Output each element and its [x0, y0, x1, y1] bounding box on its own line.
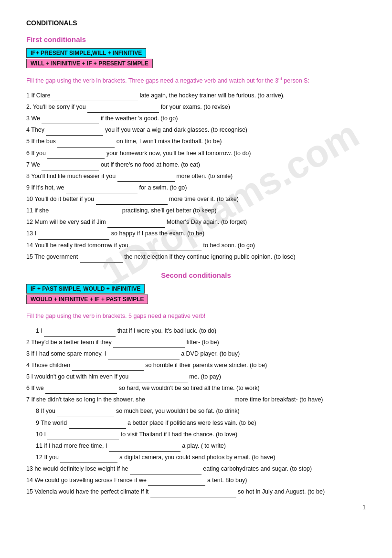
list-item: 6 If you your homework now, you'll be fr…	[26, 148, 366, 159]
blank	[60, 456, 117, 463]
blank	[80, 256, 123, 263]
list-item: 1 If Clare late again, the hockey traine…	[26, 90, 366, 101]
first-conditionals-title: First conditionals	[26, 35, 366, 43]
list-item: 3 We if the weather 's good. (to go)	[26, 113, 366, 124]
list-item: 13 I so happy if I pass the exam. (to be…	[26, 228, 366, 239]
list-item: 1 I that if I were you. It's bad luck. (…	[26, 326, 366, 337]
list-item: 7 We out if there's no food at home. (to…	[26, 159, 366, 170]
second-conditionals-title: Second conditionals	[26, 271, 366, 279]
list-item: 2 They'd be a better team if they fitter…	[26, 337, 366, 348]
list-item: 4 Those children so horrible if their pa…	[26, 360, 366, 371]
list-item: 9 The world a better place if politician…	[26, 418, 366, 429]
blank	[117, 175, 175, 182]
blank	[130, 468, 201, 474]
list-item: 10 You'll do it better if you more time …	[26, 194, 366, 205]
main-title: CONDITIONALS	[26, 19, 366, 27]
blank	[148, 479, 205, 486]
list-item: 8 If you so much beer, you wouldn't be s…	[26, 406, 366, 417]
blank	[108, 353, 180, 359]
list-item: 7 If she didn't take so long in the show…	[26, 394, 366, 405]
list-item: 4 They you if you wear a wig and dark gl…	[26, 125, 366, 136]
list-item: 15 Valencia would have the perfect clima…	[26, 486, 366, 497]
list-item: 2. You'll be sorry if you for your exams…	[26, 102, 366, 113]
blank	[150, 491, 236, 497]
blank	[57, 411, 114, 417]
blank	[49, 210, 120, 216]
list-item: 14 We could go travelling across France …	[26, 475, 366, 486]
list-item: 5 If the bus on time, I won't miss the f…	[26, 136, 366, 147]
blank	[46, 129, 103, 136]
blank	[130, 376, 188, 382]
first-instruction: Fill the gap using the verb in brackets.…	[26, 76, 366, 85]
blank	[45, 387, 117, 394]
second-formula-group: IF + PAST SIMPLE, WOULD + INFINITIVE WOU…	[26, 284, 366, 305]
list-item: 12 Mum will be very sad if Jim Mother's …	[26, 217, 366, 228]
list-item: 5 I wouldn't go out with him even if you…	[26, 371, 366, 382]
list-item: 12 If you a digital camera, you could se…	[26, 452, 366, 463]
blank	[107, 221, 165, 228]
first-formula-box1: IF+ PRESENT SIMPLE,WILL + INFINITIVE	[26, 48, 366, 59]
blank	[69, 422, 126, 429]
blank	[42, 117, 99, 124]
blank	[38, 233, 109, 240]
blank	[47, 152, 105, 159]
blank	[66, 187, 138, 193]
blank	[130, 244, 201, 251]
second-exercises: 1 I that if I were you. It's bad luck. (…	[26, 326, 366, 498]
page: 1Droptams.com CONDITIONALS First conditi…	[0, 0, 392, 525]
list-item: 3 if I had some spare money, I a DVD pla…	[26, 348, 366, 359]
blank	[147, 399, 233, 405]
blank	[42, 164, 99, 170]
list-item: 14 You'll be really tired tomorrow if yo…	[26, 240, 366, 251]
list-item: 8 You'll find life much easier if you mo…	[26, 171, 366, 182]
blank	[57, 141, 115, 147]
blank	[72, 364, 144, 371]
list-item: 11 if I had more free time, I a play. ( …	[26, 441, 366, 452]
list-item: 13 he would definitely lose weight if he…	[26, 463, 366, 474]
list-item: 6 If we so hard, we wouldn't be so tired…	[26, 383, 366, 394]
blank	[113, 341, 185, 348]
second-formula-box1: IF + PAST SIMPLE, WOULD + INFINITIVE	[26, 284, 366, 295]
list-item: 10 I to visit Thailand if I had the chan…	[26, 429, 366, 440]
blank	[47, 433, 119, 440]
blank	[44, 330, 116, 337]
page-number: 1	[362, 504, 366, 511]
blank	[96, 198, 168, 205]
second-formula-box2: WOULD + INFINITIVE + IF + PAST SIMPLE	[26, 295, 366, 305]
list-item: 15 The government the next election if t…	[26, 252, 366, 263]
list-item: 11 if she practising, she'll get better …	[26, 205, 366, 216]
blank	[52, 95, 138, 101]
first-formula-box2: WILL + INFINITIVE + IF + PRESENT SIMPLE	[26, 59, 366, 69]
blank	[109, 445, 180, 452]
first-formula-group: IF+ PRESENT SIMPLE,WILL + INFINITIVE WIL…	[26, 48, 366, 69]
second-instruction: Fill the gap using the verb in brackets.…	[26, 312, 366, 321]
first-exercises: 1 If Clare late again, the hockey traine…	[26, 90, 366, 263]
list-item: 9 If it's hot, we for a swim. (to go)	[26, 182, 366, 193]
blank	[87, 106, 159, 113]
